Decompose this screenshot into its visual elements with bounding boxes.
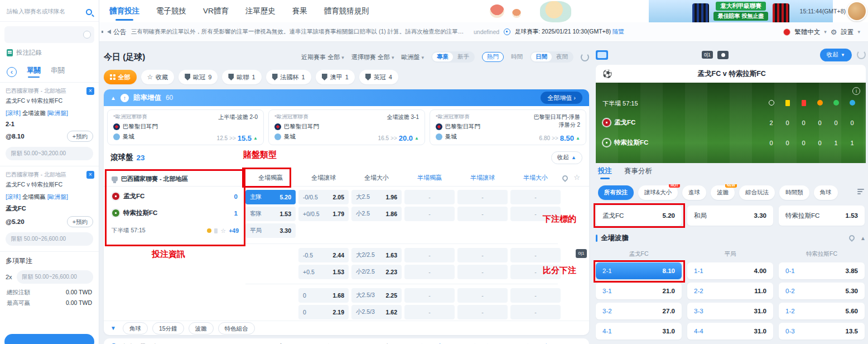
settings-button[interactable]: 設置 [841,28,853,36]
chip-all[interactable]: 全部 [104,70,137,84]
odds-cell-handicap[interactable]: -0/0.52.05 [298,190,349,204]
score-badge[interactable]: 0|1 [702,51,713,59]
chip-a-league[interactable]: 澳甲1 [316,70,355,84]
collapse-button[interactable]: 收起▼ [820,49,852,61]
odds-cell-over[interactable]: 大2/2.51.63 [351,248,402,262]
all-boost-button[interactable]: 全部增值 › [541,92,582,104]
score-cell-2-2[interactable]: 2-211.0 [687,283,773,299]
reserve-button[interactable]: +預約 [67,216,93,227]
boost-promo-card[interactable]: *歐洲冠軍聯賽 巴黎聖日耳門 曼城 上半場-波膽 2-0 12.5 >> 15.… [107,109,264,145]
tab-single-bet[interactable]: 單關 [25,66,43,78]
close-icon[interactable]: × [86,87,94,95]
sort-hot[interactable]: 熱門 [482,52,504,62]
score-cell-4-1[interactable]: 4-131.0 [596,323,682,340]
col-half-time-handicap[interactable]: 半場讓球 [457,174,508,182]
nav-results[interactable]: 賽果 [292,6,307,16]
bet-record-row[interactable]: 投注記錄 [0,43,99,63]
night-option[interactable]: 夜間 [552,52,572,61]
avatar[interactable] [847,1,867,21]
score-cell-3-2[interactable]: 3-227.0 [596,303,682,319]
score-cell-1-1[interactable]: 1-14.00 [687,262,773,279]
mode-novice[interactable]: 新手 [453,52,474,61]
chip-time-markets[interactable]: 時間類 [779,185,809,200]
nav-rules[interactable]: 體育競猜規則 [324,6,369,16]
reserve-button[interactable]: +預約 [67,131,93,142]
collapse-toggle-icon[interactable] [83,31,91,39]
chip-corners[interactable]: 角球 [814,185,838,200]
refresh-icon[interactable] [581,53,589,61]
more-markets-count[interactable]: +49 [229,227,239,234]
score-cell-2-1[interactable]: 2-18.10 [596,262,682,279]
odds-cell-handicap[interactable]: +0/0.51.79 [298,207,349,221]
pin-icon[interactable] [561,174,569,182]
score-cell-0-3[interactable]: 0-313.5 [779,323,865,340]
chip-uel[interactable]: 歐聯1 [222,70,261,84]
star-icon[interactable]: ☆ [220,227,226,235]
chevron-up-icon[interactable]: ▲ [110,95,116,101]
filter-sort-icon[interactable] [857,189,864,194]
odds-cell-away[interactable]: 特索拉斯FC1.53 [779,206,865,226]
col-half-time-result[interactable]: 半場獨贏 [404,174,455,182]
col-half-time-over-under[interactable]: 半場大小 [510,174,561,182]
pin-icon[interactable] [848,234,856,242]
score-cell-1-2[interactable]: 1-25.60 [779,303,865,319]
odds-cell-under[interactable]: 小2/2.52.23 [351,265,402,279]
odds-cell-home[interactable]: 孟戈FC5.20 [596,206,682,226]
search-icon[interactable] [86,9,92,15]
team-search-input[interactable]: 請輸入聯賽名或球隊名 [0,0,99,22]
col-full-time-over-under[interactable]: 全場大小 [351,174,402,182]
chevron-down-icon[interactable]: ▼ [110,325,116,331]
nav-sports-betting[interactable]: 體育投注 [109,6,139,16]
chip-favorites[interactable]: ☆ 收藏 [141,70,175,84]
tab-15min[interactable]: 15分鐘 [152,322,184,335]
score-cell-4-4[interactable]: 4-431.0 [687,323,773,340]
filter-league-dropdown[interactable]: 選擇聯賽 全部 ▾ [351,53,394,61]
star-icon[interactable]: ☆ [573,173,580,181]
collapsed-panel-bar[interactable] [4,26,94,43]
odds-cell-handicap[interactable]: 01.68 [298,288,349,303]
score-cell-3-3[interactable]: 3-331.0 [687,303,773,319]
chip-coupe-de-france[interactable]: 法國杯1 [266,70,311,84]
tab-analysis[interactable]: 賽事分析 [624,166,652,176]
odds-cell-under[interactable]: 小2.5/31.62 [351,305,402,319]
live-match-tracker[interactable]: i 下半場 57:15 孟戈FC 2 0 0 0 0 0 特索拉斯FC 0 0 … [596,83,866,163]
chip-ucl[interactable]: 歐冠9 [179,70,218,84]
odds-cell-over[interactable]: 大2.51.96 [351,190,402,204]
place-bet-button[interactable] [4,334,94,344]
tab-bets[interactable]: 投注 [598,166,612,176]
score-cell-0-1[interactable]: 0-13.85 [779,262,865,279]
chevron-up-icon[interactable]: ▲ [860,235,866,241]
nav-bet-history[interactable]: 注單歷史 [245,6,276,16]
chip-championship[interactable]: 英冠4 [359,70,398,84]
tab-parlay-bet[interactable]: 串關 [51,66,65,78]
boost-promo-card[interactable]: *歐洲冠軍聯賽 巴黎聖日耳門 曼城 全場波膽 3-1 16.5 >> 20.0 … [268,109,425,145]
next-league-strip[interactable]: 印度超級聯賽 全場獨贏 全場讓球 全場大小 半場獨贏 半場讓球 半場大小 [104,338,589,344]
tab-corners[interactable]: 角球 [123,322,148,335]
col-full-time-handicap[interactable]: 全場讓球 [298,174,349,182]
odds-cell-home-win[interactable]: 主隊5.20 [245,190,296,204]
boost-promo-card[interactable]: *歐洲冠軍聯賽 巴黎聖日耳門 曼城 巴黎聖日耳門-淨勝淨勝分 2 6.80 >>… [430,109,586,145]
camera-icon[interactable] [717,51,729,59]
odds-boost-bar[interactable]: ▲ ↑ 賠率增值 60 全部增值 › [104,89,589,106]
close-icon[interactable]: × [86,171,94,179]
odds-cell-draw[interactable]: 和局3.30 [687,206,773,226]
language-selector[interactable]: 繁體中文 [794,28,820,36]
odds-cell-handicap[interactable]: 02.19 [298,305,349,319]
day-option[interactable]: 日間 [531,52,552,61]
odds-cell-away-win[interactable]: 客隊1.53 [245,207,296,221]
score-cell-3-1[interactable]: 3-121.0 [596,283,682,299]
chip-combos[interactable]: 綜合玩法 [739,185,775,200]
filter-recent-dropdown[interactable]: 近期賽事 全部 ▾ [301,53,344,61]
info-icon[interactable]: i [852,87,860,95]
odds-cell-handicap[interactable]: +0.51.53 [298,265,349,279]
odds-cell-handicap[interactable]: -0.52.44 [298,248,349,262]
chip-handicap-ou[interactable]: 讓球&大小HOT [638,185,678,200]
nav-vr-sports[interactable]: VR體育 [203,6,229,16]
mode-pro[interactable]: 專業 [432,52,453,61]
sort-time[interactable]: 時間 [511,53,523,61]
tv-icon[interactable] [596,50,608,60]
collapse-button[interactable]: 收起▲ [551,151,582,164]
match-card[interactable]: 巴西國家聯賽 - 北部地區 孟戈FC 0 特索拉斯FC 1 下半場 57:15 … [106,171,244,245]
chip-all-bets[interactable]: 所有投注 [598,185,634,200]
odds-cell-under[interactable]: 小2.51.86 [351,207,402,221]
